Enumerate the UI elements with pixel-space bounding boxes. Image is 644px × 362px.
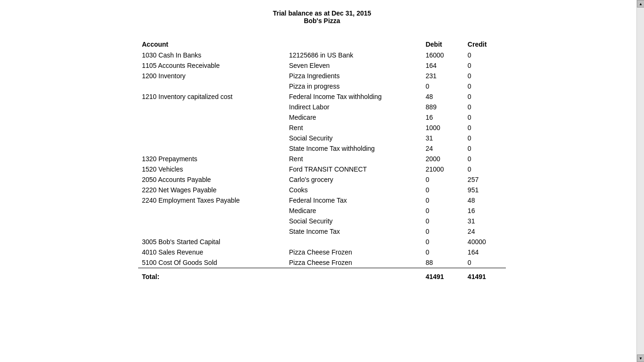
row-account: [138, 102, 285, 112]
table-row: Pizza in progress00: [138, 81, 506, 91]
table-row: 1030 Cash In Banks12125686 in US Bank160…: [138, 50, 506, 60]
table-row: 3005 Bob's Started Capital040000: [138, 237, 506, 247]
row-credit: 16: [464, 206, 506, 216]
row-subaccount: 12125686 in US Bank: [285, 50, 422, 60]
row-account: 1320 Prepayments: [138, 154, 285, 164]
table-row: 1520 VehiclesFord TRANSIT CONNECT210000: [138, 164, 506, 174]
table-row: 1210 Inventory capitalized costFederal I…: [138, 91, 506, 102]
row-subaccount: State Income Tax: [285, 226, 422, 237]
row-subaccount: Rent: [285, 123, 422, 133]
row-debit: 1000: [422, 123, 464, 133]
scrollbar-up-arrow[interactable]: ▲: [637, 0, 644, 8]
row-subaccount: Medicare: [285, 112, 422, 123]
col-header-debit: Debit: [422, 39, 464, 50]
row-account: [138, 226, 285, 237]
row-debit: 88: [422, 257, 464, 268]
page-container: Trial balance as at Dec 31, 2015 Bob's P…: [110, 0, 534, 291]
row-subaccount: Rent: [285, 154, 422, 164]
row-credit: 0: [464, 164, 506, 174]
total-credit: 41491: [464, 268, 506, 282]
row-subaccount: Federal Income Tax withholding: [285, 91, 422, 102]
table-row: State Income Tax withholding240: [138, 143, 506, 154]
row-subaccount: Medicare: [285, 206, 422, 216]
row-account: [138, 133, 285, 143]
row-subaccount: Indirect Labor: [285, 102, 422, 112]
row-credit: 0: [464, 143, 506, 154]
total-label: Total:: [138, 268, 285, 282]
row-subaccount: Pizza Cheese Frozen: [285, 257, 422, 268]
table-row: 4010 Sales RevenuePizza Cheese Frozen016…: [138, 247, 506, 257]
row-debit: 0: [422, 195, 464, 206]
row-credit: 0: [464, 257, 506, 268]
trial-balance-table: Account Debit Credit 1030 Cash In Banks1…: [138, 39, 506, 282]
row-debit: 48: [422, 91, 464, 102]
row-account: [138, 123, 285, 133]
col-header-subaccount: [285, 39, 422, 50]
row-debit: 0: [422, 174, 464, 185]
row-account: 4010 Sales Revenue: [138, 247, 285, 257]
row-debit: 0: [422, 81, 464, 91]
table-row: Medicare160: [138, 112, 506, 123]
row-account: [138, 112, 285, 123]
row-credit: 0: [464, 71, 506, 81]
row-credit: 0: [464, 154, 506, 164]
table-row: 1105 Accounts ReceivableSeven Eleven1640: [138, 60, 506, 71]
table-row: State Income Tax024: [138, 226, 506, 237]
row-subaccount: Pizza Ingredients: [285, 71, 422, 81]
total-row: Total: 41491 41491: [138, 268, 506, 282]
row-credit: 0: [464, 60, 506, 71]
row-subaccount: Social Security: [285, 216, 422, 226]
row-credit: 0: [464, 50, 506, 60]
row-credit: 0: [464, 81, 506, 91]
report-title: Trial balance as at Dec 31, 2015: [138, 9, 506, 17]
scrollbar[interactable]: ▲ ▼: [636, 0, 644, 362]
table-row: Medicare016: [138, 206, 506, 216]
row-account: 1200 Inventory: [138, 71, 285, 81]
row-credit: 0: [464, 133, 506, 143]
table-row: Rent10000: [138, 123, 506, 133]
row-account: 2050 Accounts Payable: [138, 174, 285, 185]
table-row: 2220 Net Wages PayableCooks0951: [138, 185, 506, 195]
row-subaccount: Carlo's grocery: [285, 174, 422, 185]
total-debit: 41491: [422, 268, 464, 282]
row-account: 1210 Inventory capitalized cost: [138, 91, 285, 102]
row-account: 2220 Net Wages Payable: [138, 185, 285, 195]
row-subaccount: Seven Eleven: [285, 60, 422, 71]
row-credit: 24: [464, 226, 506, 237]
scrollbar-track[interactable]: [637, 8, 644, 354]
row-credit: 0: [464, 112, 506, 123]
scrollbar-down-arrow[interactable]: ▼: [637, 354, 644, 362]
table-row: Social Security031: [138, 216, 506, 226]
col-header-credit: Credit: [464, 39, 506, 50]
report-subtitle: Bob's Pizza: [138, 17, 506, 25]
row-account: 1520 Vehicles: [138, 164, 285, 174]
row-credit: 0: [464, 123, 506, 133]
row-debit: 164: [422, 60, 464, 71]
row-account: [138, 206, 285, 216]
table-row: 5100 Cost Of Goods SoldPizza Cheese Froz…: [138, 257, 506, 268]
row-account: 1105 Accounts Receivable: [138, 60, 285, 71]
row-account: 5100 Cost Of Goods Sold: [138, 257, 285, 268]
row-account: 1030 Cash In Banks: [138, 50, 285, 60]
row-debit: 0: [422, 247, 464, 257]
row-credit: 257: [464, 174, 506, 185]
row-credit: 40000: [464, 237, 506, 247]
table-header-row: Account Debit Credit: [138, 39, 506, 50]
row-debit: 0: [422, 216, 464, 226]
table-row: 2240 Employment Taxes PayableFederal Inc…: [138, 195, 506, 206]
row-debit: 231: [422, 71, 464, 81]
row-subaccount: Ford TRANSIT CONNECT: [285, 164, 422, 174]
row-credit: 0: [464, 91, 506, 102]
row-account: [138, 143, 285, 154]
row-account: 3005 Bob's Started Capital: [138, 237, 285, 247]
row-debit: 0: [422, 237, 464, 247]
row-account: [138, 216, 285, 226]
report-header: Trial balance as at Dec 31, 2015 Bob's P…: [138, 9, 506, 25]
row-credit: 0: [464, 102, 506, 112]
row-account: 2240 Employment Taxes Payable: [138, 195, 285, 206]
total-spacer: [285, 268, 422, 282]
row-debit: 16000: [422, 50, 464, 60]
row-debit: 16: [422, 112, 464, 123]
row-debit: 0: [422, 226, 464, 237]
row-debit: 21000: [422, 164, 464, 174]
